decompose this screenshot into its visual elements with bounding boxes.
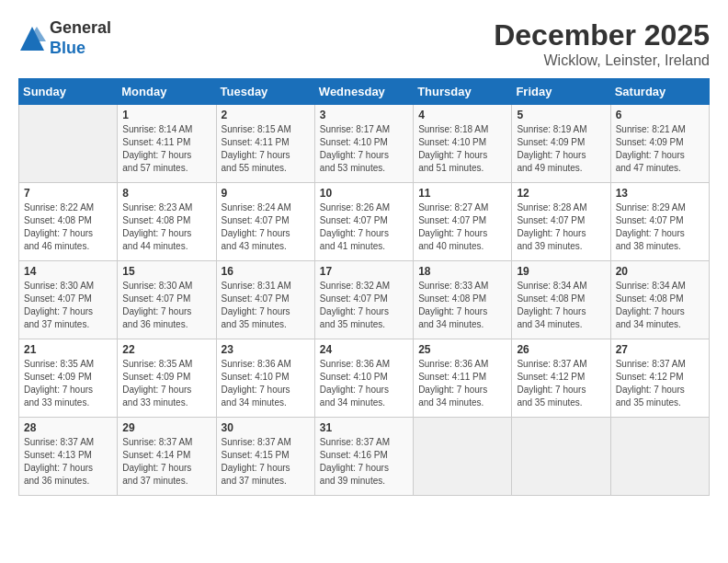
day-number: 4 (418, 109, 506, 121)
calendar-cell: 7Sunrise: 8:22 AM Sunset: 4:08 PM Daylig… (19, 183, 118, 261)
day-number: 27 (616, 343, 704, 356)
day-info: Sunrise: 8:28 AM Sunset: 4:07 PM Dayligh… (517, 201, 605, 253)
day-info: Sunrise: 8:37 AM Sunset: 4:14 PM Dayligh… (122, 436, 210, 488)
day-info: Sunrise: 8:14 AM Sunset: 4:11 PM Dayligh… (122, 123, 210, 175)
calendar-week-row: 1Sunrise: 8:14 AM Sunset: 4:11 PM Daylig… (19, 105, 710, 183)
calendar-cell (19, 105, 118, 183)
day-number: 6 (616, 109, 704, 121)
day-header-wednesday: Wednesday (314, 79, 413, 105)
day-header-saturday: Saturday (610, 79, 709, 105)
day-number: 22 (122, 343, 210, 356)
day-info: Sunrise: 8:17 AM Sunset: 4:10 PM Dayligh… (320, 123, 408, 175)
calendar-cell (610, 418, 709, 496)
calendar-cell: 2Sunrise: 8:15 AM Sunset: 4:11 PM Daylig… (216, 105, 314, 183)
month-title: December 2025 (494, 18, 710, 52)
day-info: Sunrise: 8:37 AM Sunset: 4:13 PM Dayligh… (24, 436, 112, 488)
calendar-cell: 13Sunrise: 8:29 AM Sunset: 4:07 PM Dayli… (610, 183, 709, 261)
day-info: Sunrise: 8:31 AM Sunset: 4:07 PM Dayligh… (222, 280, 310, 331)
calendar-cell: 23Sunrise: 8:36 AM Sunset: 4:10 PM Dayli… (216, 339, 314, 418)
day-number: 29 (122, 421, 210, 434)
day-info: Sunrise: 8:18 AM Sunset: 4:10 PM Dayligh… (418, 123, 506, 175)
day-number: 13 (616, 187, 704, 200)
day-number: 31 (320, 421, 408, 434)
calendar-cell: 3Sunrise: 8:17 AM Sunset: 4:10 PM Daylig… (314, 105, 413, 183)
day-number: 1 (122, 109, 210, 121)
day-info: Sunrise: 8:34 AM Sunset: 4:08 PM Dayligh… (517, 280, 605, 331)
day-info: Sunrise: 8:36 AM Sunset: 4:10 PM Dayligh… (320, 358, 408, 409)
day-info: Sunrise: 8:33 AM Sunset: 4:08 PM Dayligh… (418, 280, 506, 331)
day-info: Sunrise: 8:37 AM Sunset: 4:12 PM Dayligh… (517, 358, 605, 409)
day-info: Sunrise: 8:30 AM Sunset: 4:07 PM Dayligh… (122, 280, 210, 331)
day-number: 10 (320, 187, 408, 200)
day-number: 18 (418, 265, 506, 278)
day-info: Sunrise: 8:30 AM Sunset: 4:07 PM Dayligh… (24, 280, 112, 331)
logo-general: General (50, 18, 111, 37)
calendar-cell: 8Sunrise: 8:23 AM Sunset: 4:08 PM Daylig… (118, 183, 216, 261)
day-number: 19 (517, 265, 605, 278)
day-header-thursday: Thursday (414, 79, 512, 105)
day-info: Sunrise: 8:26 AM Sunset: 4:07 PM Dayligh… (320, 201, 408, 253)
day-number: 9 (222, 187, 310, 200)
day-number: 5 (517, 109, 605, 121)
day-info: Sunrise: 8:32 AM Sunset: 4:07 PM Dayligh… (320, 280, 408, 331)
calendar-cell: 6Sunrise: 8:21 AM Sunset: 4:09 PM Daylig… (610, 105, 709, 183)
day-info: Sunrise: 8:27 AM Sunset: 4:07 PM Dayligh… (418, 201, 506, 253)
calendar-week-row: 21Sunrise: 8:35 AM Sunset: 4:09 PM Dayli… (19, 339, 710, 418)
day-info: Sunrise: 8:34 AM Sunset: 4:08 PM Dayligh… (616, 280, 704, 331)
calendar-cell: 17Sunrise: 8:32 AM Sunset: 4:07 PM Dayli… (314, 261, 413, 339)
day-number: 3 (320, 109, 408, 121)
day-number: 30 (222, 421, 310, 434)
calendar-cell: 9Sunrise: 8:24 AM Sunset: 4:07 PM Daylig… (216, 183, 314, 261)
day-info: Sunrise: 8:23 AM Sunset: 4:08 PM Dayligh… (122, 201, 210, 253)
day-header-sunday: Sunday (19, 79, 118, 105)
day-info: Sunrise: 8:22 AM Sunset: 4:08 PM Dayligh… (24, 201, 112, 253)
calendar-cell: 29Sunrise: 8:37 AM Sunset: 4:14 PM Dayli… (118, 418, 216, 496)
day-header-monday: Monday (118, 79, 216, 105)
day-info: Sunrise: 8:15 AM Sunset: 4:11 PM Dayligh… (222, 123, 310, 175)
calendar-week-row: 14Sunrise: 8:30 AM Sunset: 4:07 PM Dayli… (19, 261, 710, 339)
calendar-cell: 31Sunrise: 8:37 AM Sunset: 4:16 PM Dayli… (314, 418, 413, 496)
calendar-cell: 22Sunrise: 8:35 AM Sunset: 4:09 PM Dayli… (118, 339, 216, 418)
calendar-cell: 26Sunrise: 8:37 AM Sunset: 4:12 PM Dayli… (512, 339, 610, 418)
day-number: 24 (320, 343, 408, 356)
day-number: 14 (24, 265, 112, 278)
day-number: 16 (222, 265, 310, 278)
day-header-friday: Friday (512, 79, 610, 105)
day-info: Sunrise: 8:37 AM Sunset: 4:15 PM Dayligh… (222, 436, 310, 488)
location-subtitle: Wicklow, Leinster, Ireland (494, 52, 710, 69)
calendar-cell: 12Sunrise: 8:28 AM Sunset: 4:07 PM Dayli… (512, 183, 610, 261)
day-number: 15 (122, 265, 210, 278)
day-info: Sunrise: 8:37 AM Sunset: 4:16 PM Dayligh… (320, 436, 408, 488)
calendar-cell: 30Sunrise: 8:37 AM Sunset: 4:15 PM Dayli… (216, 418, 314, 496)
day-number: 2 (222, 109, 310, 121)
calendar-cell: 10Sunrise: 8:26 AM Sunset: 4:07 PM Dayli… (314, 183, 413, 261)
calendar-header-row: SundayMondayTuesdayWednesdayThursdayFrid… (19, 79, 710, 105)
day-number: 20 (616, 265, 704, 278)
day-info: Sunrise: 8:37 AM Sunset: 4:12 PM Dayligh… (616, 358, 704, 409)
day-info: Sunrise: 8:35 AM Sunset: 4:09 PM Dayligh… (24, 358, 112, 409)
calendar-cell: 27Sunrise: 8:37 AM Sunset: 4:12 PM Dayli… (610, 339, 709, 418)
day-number: 8 (122, 187, 210, 200)
day-number: 11 (418, 187, 506, 200)
day-info: Sunrise: 8:36 AM Sunset: 4:11 PM Dayligh… (418, 358, 506, 409)
day-header-tuesday: Tuesday (216, 79, 314, 105)
day-number: 17 (320, 265, 408, 278)
day-info: Sunrise: 8:21 AM Sunset: 4:09 PM Dayligh… (616, 123, 704, 175)
calendar-cell: 15Sunrise: 8:30 AM Sunset: 4:07 PM Dayli… (118, 261, 216, 339)
calendar-cell: 19Sunrise: 8:34 AM Sunset: 4:08 PM Dayli… (512, 261, 610, 339)
day-number: 25 (418, 343, 506, 356)
calendar-cell: 11Sunrise: 8:27 AM Sunset: 4:07 PM Dayli… (414, 183, 512, 261)
day-info: Sunrise: 8:29 AM Sunset: 4:07 PM Dayligh… (616, 201, 704, 253)
calendar-cell: 21Sunrise: 8:35 AM Sunset: 4:09 PM Dayli… (19, 339, 118, 418)
day-number: 23 (222, 343, 310, 356)
calendar-cell (512, 418, 610, 496)
page-header: General Blue December 2025 Wicklow, Lein… (18, 18, 710, 69)
day-info: Sunrise: 8:35 AM Sunset: 4:09 PM Dayligh… (122, 358, 210, 409)
calendar-cell: 14Sunrise: 8:30 AM Sunset: 4:07 PM Dayli… (19, 261, 118, 339)
day-number: 21 (24, 343, 112, 356)
logo-blue: Blue (50, 39, 85, 57)
logo-text: General Blue (50, 18, 111, 58)
calendar-week-row: 28Sunrise: 8:37 AM Sunset: 4:13 PM Dayli… (19, 418, 710, 496)
day-number: 28 (24, 421, 112, 434)
calendar-cell: 24Sunrise: 8:36 AM Sunset: 4:10 PM Dayli… (314, 339, 413, 418)
